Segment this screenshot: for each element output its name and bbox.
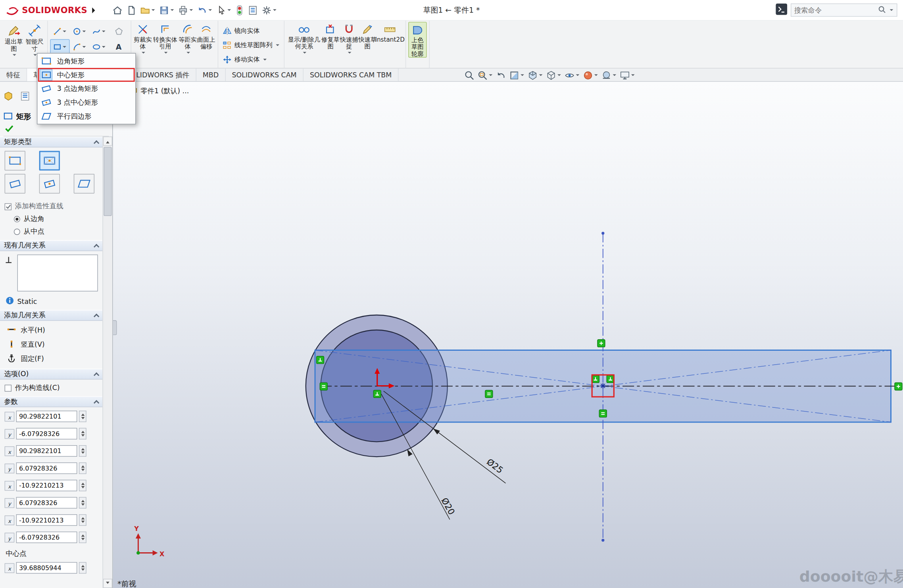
menu-item-3point-center-rectangle[interactable]: 3 点中心矩形 [38, 96, 135, 110]
section-header-parameters[interactable]: 参数 [0, 396, 102, 407]
parameter-input[interactable] [16, 514, 77, 526]
parameter-spinner[interactable] [79, 445, 86, 457]
constraint-badge[interactable] [317, 356, 324, 364]
parameter-spinner[interactable] [79, 411, 86, 422]
constraint-badge[interactable] [485, 390, 493, 398]
open-document-button[interactable] [138, 3, 157, 18]
dropdown-arrow-icon[interactable] [227, 9, 231, 13]
spinner-down-icon[interactable] [81, 503, 85, 507]
circle-tool-button[interactable] [70, 24, 89, 39]
parameter-input[interactable] [16, 428, 77, 439]
parameter-spinner[interactable] [79, 562, 86, 574]
shaded-sketch-contours-button[interactable]: 上色草图轮廓 [408, 22, 427, 58]
parameter-input[interactable] [16, 480, 77, 491]
scrollbar-up-button[interactable] [103, 136, 112, 146]
from-midpoint-radio[interactable]: 从中点 [14, 227, 98, 237]
collapse-chevron-icon[interactable] [94, 244, 99, 249]
ellipse-tool-button[interactable] [89, 39, 109, 55]
scrollbar-thumb[interactable] [104, 147, 111, 216]
tab-features[interactable]: 特征 [0, 69, 27, 81]
parameter-spinner[interactable] [79, 480, 86, 491]
search-box[interactable] [791, 4, 897, 17]
dropdown-arrow-icon[interactable] [83, 31, 86, 34]
trim-entities-button[interactable]: 剪裁实体 [134, 22, 152, 55]
print-button[interactable] [176, 3, 195, 18]
dropdown-arrow-icon[interactable] [151, 9, 155, 13]
dropdown-arrow-icon[interactable] [303, 52, 306, 56]
spinner-up-icon[interactable] [81, 515, 85, 519]
arc-tool-button[interactable] [70, 39, 89, 55]
dropdown-arrow-icon[interactable] [521, 74, 524, 78]
tab-mbd[interactable]: MBD [196, 69, 226, 81]
spinner-up-icon[interactable] [81, 463, 85, 467]
spinner-down-icon[interactable] [81, 434, 85, 438]
constraint-badge[interactable] [607, 375, 614, 383]
offset-entities-button[interactable]: 等距实体 [179, 22, 197, 55]
parameter-input[interactable] [16, 532, 77, 543]
constraint-badge[interactable] [599, 410, 607, 417]
constraint-badge[interactable] [373, 390, 381, 398]
corner-rectangle-type-button[interactable] [5, 151, 25, 170]
line-tool-button[interactable] [50, 24, 69, 39]
spinner-down-icon[interactable] [81, 486, 85, 490]
vertical-relation-button[interactable]: 竖直(V) [5, 338, 98, 352]
move-entities-button[interactable]: 移动实体 [221, 52, 282, 67]
dropdown-arrow-icon[interactable] [348, 52, 351, 56]
dropdown-arrow-icon[interactable] [83, 46, 86, 50]
parameter-input[interactable] [16, 463, 77, 474]
dropdown-arrow-icon[interactable] [263, 59, 267, 62]
undo-button[interactable] [195, 3, 214, 18]
constraint-badge[interactable] [320, 383, 327, 390]
dropdown-arrow-icon[interactable] [186, 52, 190, 56]
parallelogram-type-button[interactable] [73, 174, 94, 193]
menu-item-parallelogram[interactable]: 平行四边形 [38, 110, 135, 123]
menu-item-center-rectangle[interactable]: 中心矩形 [38, 68, 135, 82]
property-manager-tab[interactable] [20, 91, 30, 102]
dropdown-arrow-icon[interactable] [557, 74, 561, 78]
menu-item-corner-rectangle[interactable]: 边角矩形 [38, 54, 135, 68]
collapse-chevron-icon[interactable] [94, 313, 99, 319]
panel-scrollbar[interactable] [102, 136, 112, 588]
dropdown-arrow-icon[interactable] [489, 74, 492, 78]
spinner-up-icon[interactable] [81, 498, 85, 502]
spinner-down-icon[interactable] [81, 521, 85, 525]
spinner-down-icon[interactable] [81, 417, 85, 421]
section-header-add-relations[interactable]: 添加几何关系 [0, 310, 102, 321]
center-point-input[interactable] [16, 562, 77, 574]
rectangle-center-point[interactable] [600, 383, 606, 389]
as-construction-checkbox[interactable]: 作为构造线(C) [5, 383, 98, 393]
parameter-spinner[interactable] [79, 428, 86, 439]
dropdown-arrow-icon[interactable] [208, 9, 212, 13]
convert-entities-button[interactable]: 转换实体引用 [152, 22, 179, 55]
spinner-up-icon[interactable] [81, 563, 85, 567]
zoom-area-button[interactable] [477, 70, 493, 80]
dropdown-arrow-icon[interactable] [576, 74, 580, 78]
rapid-sketch-button[interactable]: 快速草图 [358, 22, 377, 50]
select-cursor-button[interactable] [214, 3, 233, 18]
save-button[interactable] [157, 3, 176, 18]
rebuild-button[interactable] [233, 3, 246, 18]
parameter-spinner[interactable] [79, 514, 86, 526]
dropdown-arrow-icon[interactable] [170, 9, 174, 13]
three-point-corner-rectangle-type-button[interactable] [5, 174, 25, 193]
spinner-down-icon[interactable] [81, 569, 85, 573]
constraint-badge[interactable] [598, 340, 605, 347]
constraint-badge[interactable] [592, 375, 599, 383]
quick-snaps-button[interactable]: 快速捕捉 [340, 22, 358, 55]
dropdown-arrow-icon[interactable] [102, 31, 106, 34]
dropdown-arrow-icon[interactable] [141, 52, 145, 56]
sketch-canvas[interactable]: Ø25 Ø20 [113, 82, 903, 588]
surface-offset-button[interactable]: 曲面上偏移 [197, 22, 215, 50]
dropdown-arrow-icon[interactable] [631, 74, 635, 78]
spinner-up-icon[interactable] [81, 533, 85, 537]
feature-manager-tab[interactable] [4, 91, 13, 102]
search-dropdown-arrow-icon[interactable] [890, 9, 893, 13]
dropdown-arrow-icon[interactable] [63, 31, 66, 34]
spline-tool-button[interactable] [89, 24, 109, 39]
menu-item-3point-corner-rectangle[interactable]: 3 点边角矩形 [38, 82, 135, 96]
collapse-chevron-icon[interactable] [94, 400, 99, 405]
rectangle-dropdown-arrow-icon[interactable] [63, 46, 66, 50]
parameter-spinner[interactable] [79, 532, 86, 543]
tab-solidworks-cam[interactable]: SOLIDWORKS CAM [225, 69, 304, 81]
section-header-options[interactable]: 选项(O) [0, 369, 102, 380]
